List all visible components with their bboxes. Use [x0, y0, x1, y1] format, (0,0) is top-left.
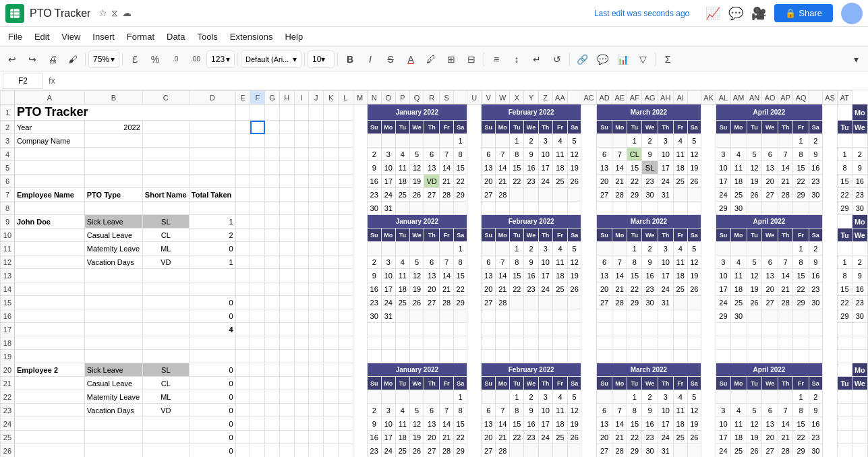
empty[interactable] [279, 188, 294, 202]
calendar-day[interactable] [762, 134, 778, 148]
empty[interactable] [524, 350, 538, 363]
empty[interactable] [409, 336, 424, 350]
empty[interactable] [84, 336, 142, 350]
calendar-day[interactable] [424, 202, 440, 215]
calendar-day[interactable]: 18 [673, 269, 687, 282]
empty[interactable] [14, 390, 84, 404]
calendar-day[interactable]: 30 [730, 202, 747, 215]
calendar-day[interactable] [687, 188, 701, 202]
header-pto-type[interactable]: PTO Type [84, 188, 142, 202]
calendar-day[interactable]: 14 [440, 269, 454, 282]
calendar-day[interactable]: 8 [510, 404, 524, 417]
empty[interactable] [142, 148, 189, 161]
calendar-day[interactable]: 22 [627, 282, 642, 296]
emp2-short-ml[interactable]: ML [142, 390, 189, 404]
empty[interactable] [250, 121, 265, 134]
calendar-day[interactable]: 1 [793, 134, 809, 148]
calendar-day[interactable] [687, 296, 701, 309]
calendar-day[interactable]: 24 [538, 431, 552, 444]
empty[interactable] [250, 309, 265, 323]
empty[interactable] [510, 336, 524, 350]
partial-day[interactable]: 23 [852, 188, 867, 202]
calendar-day[interactable]: 9 [642, 404, 658, 417]
empty[interactable] [14, 175, 84, 188]
calendar-day[interactable]: 9 [524, 404, 538, 417]
calendar-day[interactable]: 3 [381, 255, 395, 269]
calendar-day[interactable]: 28 [496, 444, 510, 458]
calendar-day[interactable]: 18 [552, 269, 567, 282]
partial-dow[interactable]: Tu [838, 377, 852, 390]
menu-tools[interactable]: Tools [192, 29, 223, 44]
calendar-day[interactable]: 22 [454, 175, 467, 188]
calendar-day[interactable]: 29 [454, 296, 467, 309]
empty[interactable] [250, 215, 265, 228]
calendar-day[interactable]: 4 [552, 134, 567, 148]
calendar-day[interactable]: 30 [809, 444, 822, 458]
empty[interactable] [235, 148, 250, 161]
calendar-day[interactable]: 23 [367, 188, 381, 202]
empty[interactable] [381, 323, 395, 336]
empty[interactable] [338, 121, 353, 134]
calendar-day[interactable]: 21 [496, 282, 510, 296]
empty[interactable] [510, 350, 524, 363]
calendar-day[interactable]: 7 [440, 148, 454, 161]
empty[interactable] [14, 228, 84, 242]
highlight-button[interactable]: 🖊 [422, 50, 440, 69]
empty[interactable] [309, 255, 324, 269]
empty[interactable] [142, 296, 189, 309]
calendar-day[interactable]: 5 [409, 404, 424, 417]
calendar-day[interactable]: 2 [524, 242, 538, 255]
calendar-day[interactable] [409, 309, 424, 323]
empty[interactable] [84, 296, 142, 309]
calendar-day[interactable]: 29 [454, 188, 467, 202]
calendar-day[interactable]: 24 [381, 296, 395, 309]
calendar-day[interactable]: 9 [367, 417, 381, 431]
calendar-day[interactable]: 1 [510, 242, 524, 255]
calendar-day[interactable]: 20 [424, 282, 440, 296]
calendar-day[interactable]: 22 [627, 175, 642, 188]
empty[interactable] [279, 215, 294, 228]
calendar-day[interactable] [687, 444, 701, 458]
calendar-day[interactable]: 2 [524, 390, 538, 404]
empty[interactable] [338, 431, 353, 444]
cell[interactable] [250, 104, 265, 121]
calendar-day[interactable]: 12 [409, 161, 424, 175]
empty[interactable] [14, 417, 84, 431]
calendar-day[interactable]: 6 [482, 148, 496, 161]
empty[interactable] [265, 444, 280, 458]
cell[interactable] [235, 104, 250, 121]
calendar-day[interactable]: 19 [747, 431, 762, 444]
menu-data[interactable]: Data [161, 29, 190, 44]
partial-day[interactable]: 16 [852, 175, 867, 188]
calendar-day[interactable]: 6 [424, 148, 440, 161]
calendar-day[interactable]: 21 [612, 282, 627, 296]
calendar-day[interactable]: 7 [440, 404, 454, 417]
empty[interactable] [279, 282, 294, 296]
decimal-decrease-button[interactable]: .0 [166, 50, 185, 69]
calendar-day[interactable]: 28 [496, 296, 510, 309]
borders-button[interactable]: ⊞ [442, 50, 461, 69]
col-a-header[interactable]: A [14, 91, 84, 104]
empty[interactable] [324, 404, 339, 417]
calendar-day[interactable]: 13 [597, 161, 612, 175]
company-label[interactable]: Compnay Name [14, 134, 84, 148]
calendar-day[interactable] [778, 202, 792, 215]
partial[interactable] [838, 444, 852, 458]
partial-day[interactable]: 8 [838, 161, 852, 175]
empty[interactable] [324, 242, 339, 255]
calendar-day[interactable] [809, 309, 822, 323]
font-select[interactable]: Default (Ari... ▾ [241, 51, 301, 68]
empty[interactable] [338, 188, 353, 202]
calendar-day[interactable]: CL [627, 148, 642, 161]
partial-day[interactable]: 30 [852, 202, 867, 215]
calendar-day[interactable]: 9 [524, 255, 538, 269]
calendar-day[interactable]: 21 [440, 175, 454, 188]
empty[interactable] [809, 323, 822, 336]
calendar-day[interactable]: 23 [642, 431, 658, 444]
calendar-day[interactable]: 9 [524, 148, 538, 161]
empty[interactable] [265, 255, 280, 269]
calendar-day[interactable]: 20 [762, 282, 778, 296]
menu-view[interactable]: View [56, 29, 86, 44]
calendar-day[interactable] [409, 242, 424, 255]
empty[interactable] [84, 309, 142, 323]
